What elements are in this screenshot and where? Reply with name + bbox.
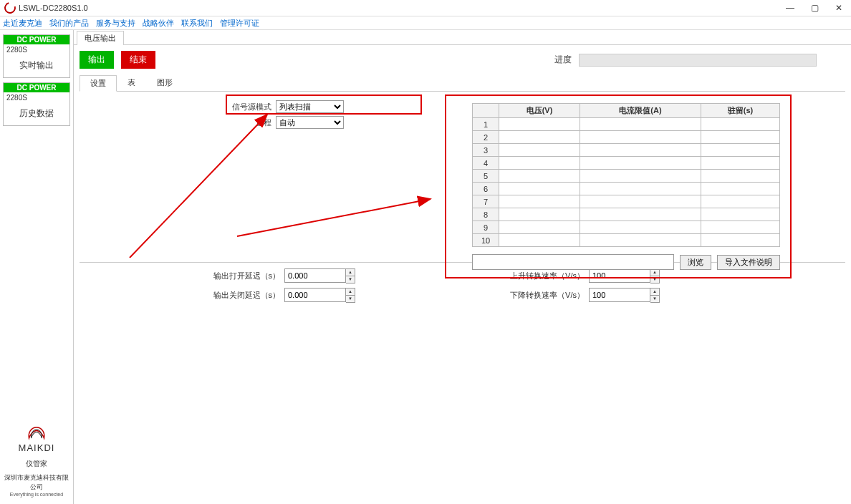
cell-voltage[interactable] <box>499 118 580 131</box>
svg-line-1 <box>237 199 431 236</box>
cell-current[interactable] <box>580 195 701 208</box>
card-device: 2280S <box>4 92 69 103</box>
left-config: 信号源模式 列表扫描 量程 自动 <box>230 100 344 132</box>
browse-button[interactable]: 浏览 <box>680 255 711 270</box>
table-row[interactable]: 3 <box>473 144 780 157</box>
minimize-button[interactable]: — <box>778 0 802 16</box>
table-row[interactable]: 4 <box>473 157 780 170</box>
open-delay-label: 输出打开延迟（s） <box>208 271 280 281</box>
end-button[interactable]: 结束 <box>121 51 155 69</box>
close-button[interactable]: ✕ <box>827 0 851 16</box>
cell-current[interactable] <box>580 157 701 170</box>
tab-voltage-output[interactable]: 电压输出 <box>77 31 124 45</box>
cell-dwell[interactable] <box>701 183 779 195</box>
table-row[interactable]: 10 <box>473 234 780 247</box>
menu-license[interactable]: 管理许可证 <box>220 18 259 29</box>
brand-text: MAIKDI <box>3 442 70 453</box>
menu-about[interactable]: 走近麦克迪 <box>3 18 42 29</box>
progress-bar <box>579 54 817 67</box>
cell-voltage[interactable] <box>499 208 580 221</box>
cell-dwell[interactable] <box>701 144 779 157</box>
cell-dwell[interactable] <box>701 118 779 131</box>
open-delay-input[interactable] <box>284 268 346 283</box>
window-title: LSWL-DC2280S1.0 <box>19 4 88 12</box>
spinner-down-icon[interactable]: ▼ <box>650 296 659 302</box>
main-tabs: 电压输出 <box>74 30 851 45</box>
menu-partners[interactable]: 战略伙伴 <box>143 18 174 29</box>
cell-dwell[interactable] <box>701 157 779 170</box>
card-title: 实时输出 <box>4 55 69 77</box>
svg-line-0 <box>130 115 267 258</box>
cell-voltage[interactable] <box>499 144 580 157</box>
cell-current[interactable] <box>580 234 701 247</box>
row-number: 10 <box>473 234 499 247</box>
row-number: 5 <box>473 170 499 183</box>
cell-dwell[interactable] <box>701 234 779 247</box>
col-dwell: 驻留(s) <box>701 104 779 118</box>
import-desc-button[interactable]: 导入文件说明 <box>717 255 780 270</box>
cell-voltage[interactable] <box>499 157 580 170</box>
footer-slogan: Everything is connected <box>3 492 70 497</box>
file-path-input[interactable] <box>472 254 674 270</box>
card-header: DC POWER <box>4 83 69 92</box>
cell-voltage[interactable] <box>499 131 580 144</box>
menu-contact[interactable]: 联系我们 <box>181 18 213 29</box>
spinner-up-icon[interactable]: ▲ <box>346 269 355 276</box>
cell-dwell[interactable] <box>701 195 779 208</box>
sidebar-footer: MAIKDI 仪管家 深圳市麦克迪科技有限公司 Everything is co… <box>3 425 70 501</box>
spinner-down-icon[interactable]: ▼ <box>346 296 355 302</box>
table-row[interactable]: 5 <box>473 170 780 183</box>
close-delay-input[interactable] <box>284 288 346 302</box>
table-row[interactable]: 8 <box>473 208 780 221</box>
cell-voltage[interactable] <box>499 195 580 208</box>
table-row[interactable]: 1 <box>473 118 780 131</box>
table-row[interactable]: 6 <box>473 183 780 195</box>
row-number: 2 <box>473 131 499 144</box>
close-delay-label: 输出关闭延迟（s） <box>208 290 280 301</box>
row-number: 4 <box>473 157 499 170</box>
sweep-table[interactable]: 电压(V) 电流限值(A) 驻留(s) 12345678910 <box>472 103 780 247</box>
col-voltage: 电压(V) <box>499 104 580 118</box>
table-row[interactable]: 9 <box>473 221 780 234</box>
cell-voltage[interactable] <box>499 234 580 247</box>
cell-dwell[interactable] <box>701 208 779 221</box>
cell-voltage[interactable] <box>499 183 580 195</box>
output-button[interactable]: 输出 <box>80 51 114 69</box>
cell-current[interactable] <box>580 208 701 221</box>
col-current: 电流限值(A) <box>580 104 701 118</box>
spinner-up-icon[interactable]: ▲ <box>650 289 659 296</box>
cell-current[interactable] <box>580 221 701 234</box>
subtab-settings[interactable]: 设置 <box>80 75 117 92</box>
sidebar-card-history[interactable]: DC POWER 2280S 历史数据 <box>3 82 70 126</box>
menu-support[interactable]: 服务与支持 <box>96 18 135 29</box>
cell-current[interactable] <box>580 183 701 195</box>
range-select[interactable]: 自动 <box>276 116 344 129</box>
subtab-chart[interactable]: 图形 <box>146 74 183 91</box>
table-row[interactable]: 7 <box>473 195 780 208</box>
cell-current[interactable] <box>580 131 701 144</box>
table-row[interactable]: 2 <box>473 131 780 144</box>
spinner-down-icon[interactable]: ▼ <box>346 276 355 283</box>
subtab-table[interactable]: 表 <box>117 74 146 91</box>
cell-dwell[interactable] <box>701 170 779 183</box>
window-controls: — ▢ ✕ <box>778 0 851 16</box>
action-row: 输出 结束 进度 <box>74 45 851 74</box>
menu-products[interactable]: 我们的产品 <box>49 18 89 29</box>
cell-voltage[interactable] <box>499 221 580 234</box>
footer-company: 深圳市麦克迪科技有限公司 <box>3 473 70 492</box>
range-label: 量程 <box>230 117 271 128</box>
row-number: 1 <box>473 118 499 131</box>
cell-current[interactable] <box>580 144 701 157</box>
cell-current[interactable] <box>580 118 701 131</box>
cell-current[interactable] <box>580 170 701 183</box>
cell-voltage[interactable] <box>499 170 580 183</box>
cell-dwell[interactable] <box>701 131 779 144</box>
spinner-up-icon[interactable]: ▲ <box>346 289 355 296</box>
sidebar-card-realtime[interactable]: DC POWER 2280S 实时输出 <box>3 34 70 78</box>
source-mode-select[interactable]: 列表扫描 <box>276 100 344 113</box>
cell-dwell[interactable] <box>701 221 779 234</box>
maximize-button[interactable]: ▢ <box>802 0 827 16</box>
fall-rate-input[interactable] <box>589 288 650 302</box>
logo-icon <box>26 425 47 441</box>
row-number: 3 <box>473 144 499 157</box>
